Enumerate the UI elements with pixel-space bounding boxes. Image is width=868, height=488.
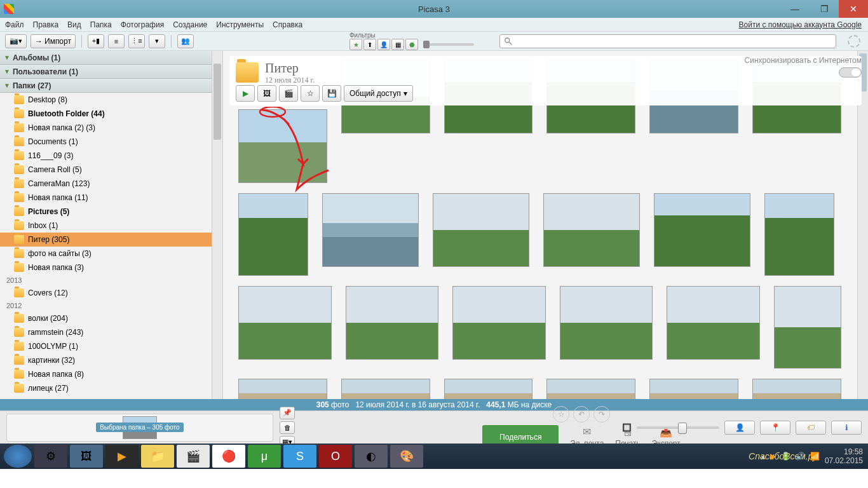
rotate-right-button[interactable]: ↷ <box>593 406 610 423</box>
sidebar-folder-item[interactable]: картинки (32) <box>0 353 222 367</box>
clear-tray-button[interactable]: 🗑 <box>280 421 295 434</box>
sidebar-scrollbar[interactable] <box>212 51 222 399</box>
menu-photo[interactable]: Фотография <box>121 20 164 29</box>
thumbnail[interactable] <box>346 286 439 360</box>
google-login-link[interactable]: Войти с помощью аккаунта Google <box>739 20 862 29</box>
thumbnail[interactable] <box>444 379 533 399</box>
dropdown-button[interactable]: ▾ <box>149 34 165 48</box>
info-button[interactable]: ℹ <box>831 421 862 435</box>
thumbnail[interactable] <box>238 193 308 276</box>
volume-icon[interactable]: 🔊 <box>796 452 805 461</box>
menu-folder[interactable]: Папка <box>90 20 112 29</box>
close-button[interactable]: ✕ <box>839 0 868 18</box>
tag-people-button[interactable]: 👤 <box>724 421 755 435</box>
menu-edit[interactable]: Правка <box>33 20 59 29</box>
sidebar-folder-item[interactable]: Новая папка (8) <box>0 367 222 381</box>
sidebar-folder-item[interactable]: Новая папка (11) <box>0 191 222 205</box>
sidebar-folder-item[interactable]: rammstein (243) <box>0 325 222 339</box>
sidebar-folder-item[interactable]: фото на сайты (3) <box>0 247 222 261</box>
sidebar-folder-item[interactable]: Питер (305) <box>0 233 222 247</box>
system-tray[interactable]: ▴ ▶ 🔋 🔊 📶 19:58 07.02.2015 <box>761 447 863 466</box>
sidebar-section-albums[interactable]: ▼Альбомы (1) <box>0 51 222 65</box>
sync-toggle[interactable] <box>839 67 862 78</box>
people-button[interactable]: 👥 <box>177 34 194 48</box>
thumbnail[interactable] <box>560 286 653 360</box>
minimize-button[interactable]: — <box>780 0 810 18</box>
network-icon[interactable]: 📶 <box>810 452 820 461</box>
add-folder-button[interactable]: +▮ <box>88 34 104 48</box>
sidebar-folder-item[interactable]: Desktop (8) <box>0 93 222 107</box>
import-device-button[interactable]: 📷▾ <box>5 34 27 48</box>
sidebar-folder-item[interactable]: волки (204) <box>0 311 222 325</box>
rotate-left-button[interactable]: ↶ <box>573 406 590 423</box>
thumbnail[interactable] <box>238 379 327 399</box>
menu-help[interactable]: Справка <box>273 20 302 29</box>
sidebar-folder-item[interactable]: Camera Roll (5) <box>0 163 222 177</box>
geotag-button[interactable]: 📍 <box>760 421 790 435</box>
filter-geo[interactable]: ⬣ <box>405 39 418 50</box>
filter-person[interactable]: 👤 <box>377 39 390 50</box>
taskbar-app[interactable]: 🔴 <box>212 445 245 468</box>
thumbnail[interactable] <box>667 286 760 360</box>
sidebar-folder-item[interactable]: липецк (27) <box>0 381 222 395</box>
thumbnail[interactable] <box>341 379 430 399</box>
thumbnail[interactable] <box>774 286 841 369</box>
tag-button[interactable]: 🏷 <box>796 421 826 435</box>
taskbar-app[interactable]: 🖼 <box>70 445 103 468</box>
zoom-slider[interactable] <box>637 426 719 429</box>
sidebar-folder-item[interactable]: 100OLYMP (1) <box>0 339 222 353</box>
taskbar-app[interactable]: ▶ <box>105 445 139 468</box>
crop-icon[interactable]: 🔲 <box>622 423 632 432</box>
taskbar-app[interactable]: O <box>319 445 352 468</box>
collage-button[interactable]: 🖼 <box>257 85 276 102</box>
taskbar-app[interactable]: ⚙ <box>34 445 67 468</box>
tree-view-button[interactable]: ⋮≡ <box>128 34 145 48</box>
thumbnail[interactable] <box>322 193 419 267</box>
sidebar-folder-item[interactable]: Bluetooth Folder (44) <box>0 107 222 121</box>
sidebar-folder-item[interactable]: Новая папка (3) <box>0 261 222 274</box>
share-dropdown[interactable]: Общий доступ▾ <box>344 85 413 102</box>
filter-upload[interactable]: ⬆ <box>363 39 376 50</box>
star-button[interactable]: ☆ <box>301 85 320 102</box>
sidebar-folder-item[interactable]: 116___09 (3) <box>0 149 222 163</box>
maximize-button[interactable]: ❐ <box>810 0 839 18</box>
sidebar-folder-item[interactable]: Inbox (1) <box>0 219 222 233</box>
sidebar-folder-item[interactable]: Covers (12) <box>0 286 222 300</box>
play-slideshow-button[interactable]: ▶ <box>236 85 255 102</box>
thumbnail[interactable] <box>546 379 635 399</box>
filter-star[interactable]: ★ <box>349 39 362 50</box>
thumbnail[interactable] <box>649 379 738 399</box>
save-button[interactable]: 💾 <box>322 85 341 102</box>
import-button[interactable]: →Импорт <box>31 34 76 48</box>
tray-icon[interactable]: ▶ <box>770 452 776 461</box>
filter-movie[interactable]: ▦ <box>391 39 404 50</box>
sidebar-folder-item[interactable]: Pictures (5) <box>0 205 222 219</box>
thumbnail[interactable] <box>752 379 841 399</box>
sidebar-folder-item[interactable]: Documents (1) <box>0 135 222 149</box>
taskbar-app[interactable]: ◐ <box>355 445 388 468</box>
thumbnail[interactable] <box>654 193 750 267</box>
start-button[interactable] <box>4 445 32 468</box>
thumbnail[interactable] <box>433 193 529 267</box>
menu-tools[interactable]: Инструменты <box>216 20 264 29</box>
thumbnail[interactable] <box>238 286 332 360</box>
taskbar-app[interactable]: 📁 <box>141 445 174 468</box>
sidebar-section-users[interactable]: ▼Пользователи (1) <box>0 65 222 79</box>
taskbar-app[interactable]: 🎨 <box>390 445 423 468</box>
sidebar-folder-item[interactable]: Новая папка (2) (3) <box>0 121 222 135</box>
battery-icon[interactable]: 🔋 <box>781 452 790 461</box>
menu-view[interactable]: Вид <box>67 20 81 29</box>
star-button[interactable]: ☆ <box>553 406 569 423</box>
list-view-button[interactable]: ≡ <box>108 34 125 48</box>
tray-expand-icon[interactable]: ▴ <box>761 452 765 461</box>
menu-create[interactable]: Создание <box>173 20 207 29</box>
sidebar-folder-item[interactable]: CameraMan (123) <box>0 177 222 191</box>
menu-file[interactable]: Файл <box>5 20 24 29</box>
sidebar-section-folders[interactable]: ▼Папки (27) <box>0 79 222 93</box>
pin-button[interactable]: 📌 <box>280 407 295 419</box>
thumbnail[interactable] <box>452 286 546 360</box>
search-input[interactable] <box>499 34 836 48</box>
movie-button[interactable]: 🎬 <box>279 85 298 102</box>
taskbar-app[interactable]: S <box>283 445 316 468</box>
thumbnail[interactable] <box>764 193 834 276</box>
